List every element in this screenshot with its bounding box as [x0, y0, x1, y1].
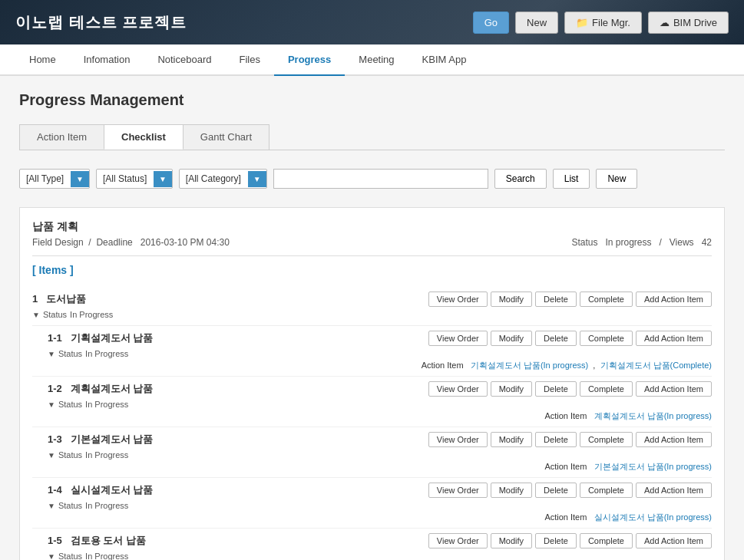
status-value-text: In Progress — [85, 400, 128, 409]
action-link-1[interactable]: 기본설계도서 납품(In progress) — [594, 462, 712, 471]
action-link-1[interactable]: 기획설계도서 납품(In progress) — [471, 361, 588, 370]
project-title: 이노랩 테스트 프로젝트 — [15, 12, 187, 33]
view-order-button[interactable]: View Order — [428, 483, 488, 498]
folder-icon: 📁 — [576, 17, 588, 28]
complete-button[interactable]: Complete — [580, 331, 633, 346]
category-filter[interactable]: [All Category] ▼ — [179, 169, 267, 189]
add-action-item-button[interactable]: Add Action Item — [636, 292, 712, 307]
status-select[interactable]: [All Status] — [97, 170, 154, 188]
new-checklist-button[interactable]: New — [596, 169, 637, 189]
action-link-1[interactable]: 계획설계도서 납품(In progress) — [594, 411, 712, 420]
chevron-down-icon: ▼ — [48, 552, 55, 561]
category-select[interactable]: [All Category] — [180, 170, 248, 188]
delete-button[interactable]: Delete — [535, 381, 577, 397]
item-name: 1-4 실시설계도서 납품 — [48, 483, 201, 497]
nav-infomation[interactable]: Infomation — [70, 44, 144, 76]
view-order-button[interactable]: View Order — [428, 381, 488, 397]
complete-button[interactable]: Complete — [580, 381, 633, 397]
go-button[interactable]: Go — [473, 12, 509, 34]
item-status: ▼ Status In Progress — [48, 349, 712, 358]
delete-button[interactable]: Delete — [535, 483, 577, 498]
nav-progress[interactable]: Progress — [274, 44, 345, 76]
category-dropdown-arrow[interactable]: ▼ — [248, 171, 266, 187]
checklist-meta-right: Status In progress / Views 42 — [571, 237, 712, 248]
status-value: In progress — [605, 237, 651, 248]
item-main: 1-3 기본설계도서 납품 View Order Modify Delete C… — [48, 432, 712, 447]
tab-gantt-chart[interactable]: Gantt Chart — [183, 124, 269, 150]
status-dropdown-arrow[interactable]: ▼ — [154, 171, 172, 187]
item-status: ▼ Status In Progress — [48, 501, 712, 510]
type-dropdown-arrow[interactable]: ▼ — [71, 171, 89, 187]
complete-button[interactable]: Complete — [580, 432, 633, 447]
checklist-header: 납품 계획 Field Design / Deadline 2016-03-10… — [32, 220, 712, 248]
action-item-text: Action Item 기본설계도서 납품(In progress) — [48, 461, 712, 473]
nav-home[interactable]: Home — [15, 44, 70, 76]
views-label: Views — [670, 237, 694, 248]
nav-kbim-app[interactable]: KBIM App — [408, 44, 481, 76]
nav-noticeboard[interactable]: Noticeboard — [144, 44, 225, 76]
type-filter[interactable]: [All Type] ▼ — [19, 169, 90, 189]
chevron-down-icon: ▼ — [32, 311, 40, 319]
complete-button[interactable]: Complete — [580, 533, 633, 548]
list-button[interactable]: List — [553, 169, 590, 189]
modify-button[interactable]: Modify — [491, 331, 532, 346]
add-action-item-button[interactable]: Add Action Item — [636, 331, 712, 346]
action-link-2[interactable]: 기획설계도서 납품(Complete) — [600, 361, 712, 370]
nav-files[interactable]: Files — [226, 44, 274, 76]
item-status: ▼ Status In Progress — [48, 552, 712, 560]
item-status: ▼ Status In Progress — [48, 400, 712, 409]
item-buttons: View Order Modify Delete Complete Add Ac… — [428, 432, 712, 447]
modify-button[interactable]: Modify — [491, 432, 532, 447]
search-input[interactable] — [273, 169, 488, 189]
add-action-item-button[interactable]: Add Action Item — [636, 432, 712, 447]
tab-checklist[interactable]: Checklist — [104, 124, 184, 150]
item-row: 1 도서납품 View Order Modify Delete Complete… — [32, 285, 712, 326]
modify-button[interactable]: Modify — [491, 483, 532, 498]
item-buttons: View Order Modify Delete Complete Add Ac… — [428, 292, 712, 307]
checklist-meta-left: Field Design / Deadline 2016-03-10 PM 04… — [32, 237, 230, 248]
status-label-text: Status — [58, 349, 82, 358]
action-link-1[interactable]: 실시설계도서 납품(In progress) — [594, 512, 712, 522]
item-name: 1-5 검토용 도서 납품 — [48, 534, 201, 548]
delete-button[interactable]: Delete — [535, 331, 577, 346]
action-item-text: Action Item 계획설계도서 납품(In progress) — [48, 410, 712, 422]
item-status: ▼ Status In Progress — [48, 450, 712, 460]
search-button[interactable]: Search — [494, 169, 547, 189]
bim-drive-button[interactable]: ☁ BIM Drive — [648, 12, 729, 34]
delete-button[interactable]: Delete — [535, 533, 577, 548]
item-main: 1 도서납품 View Order Modify Delete Complete… — [32, 292, 712, 307]
new-button[interactable]: New — [515, 12, 558, 34]
view-order-button[interactable]: View Order — [428, 533, 488, 548]
sub-item-row: 1-2 계획설계도서 납품 View Order Modify Delete C… — [32, 377, 712, 427]
checklist-title: 납품 계획 — [32, 220, 712, 234]
delete-button[interactable]: Delete — [535, 292, 577, 307]
nav-meeting[interactable]: Meeting — [345, 44, 408, 76]
file-mgr-button[interactable]: 📁 File Mgr. — [564, 12, 642, 34]
add-action-item-button[interactable]: Add Action Item — [636, 381, 712, 397]
add-action-item-button[interactable]: Add Action Item — [636, 483, 712, 498]
modify-button[interactable]: Modify — [491, 292, 532, 307]
delete-button[interactable]: Delete — [535, 432, 577, 447]
view-order-button[interactable]: View Order — [428, 292, 488, 307]
modify-button[interactable]: Modify — [491, 533, 532, 548]
sub-item-row: 1-4 실시설계도서 납품 View Order Modify Delete C… — [32, 478, 712, 529]
item-buttons: View Order Modify Delete Complete Add Ac… — [428, 331, 712, 346]
status-label: Status — [571, 237, 597, 248]
status-filter[interactable]: [All Status] ▼ — [96, 169, 173, 189]
views-value: 42 — [702, 237, 712, 248]
add-action-item-button[interactable]: Add Action Item — [636, 533, 712, 548]
type-select[interactable]: [All Type] — [20, 170, 71, 188]
status-value-text: In Progress — [85, 501, 128, 510]
filter-bar: [All Type] ▼ [All Status] ▼ [All Categor… — [19, 163, 725, 195]
item-status: ▼ Status In Progress — [32, 310, 712, 319]
checklist-meta: Field Design / Deadline 2016-03-10 PM 04… — [32, 237, 712, 248]
status-label-text: Status — [43, 310, 67, 319]
item-name: 1-1 기획설계도서 납품 — [48, 331, 201, 345]
complete-button[interactable]: Complete — [580, 483, 633, 498]
tab-action-item[interactable]: Action Item — [19, 124, 104, 150]
view-order-button[interactable]: View Order — [428, 432, 488, 447]
action-item-text: Action Item 기획설계도서 납품(In progress) , 기획설… — [48, 360, 712, 371]
view-order-button[interactable]: View Order — [428, 331, 488, 346]
modify-button[interactable]: Modify — [491, 381, 532, 397]
complete-button[interactable]: Complete — [580, 292, 633, 307]
